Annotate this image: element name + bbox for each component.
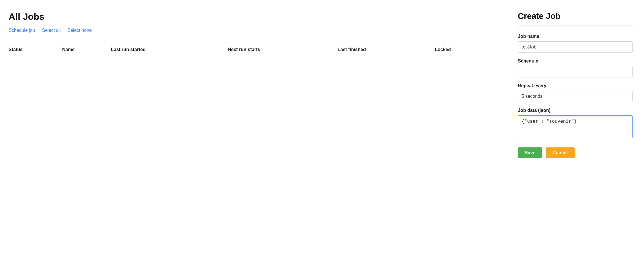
table-divider [9, 40, 495, 40]
form-button-row: Save Cancel [518, 147, 633, 158]
repeat-every-group: Repeat every [518, 83, 633, 102]
col-next-run-starts: Next run starts [228, 45, 337, 54]
right-panel: Create Job Job name Schedule Repeat ever… [506, 0, 644, 273]
schedule-job-link[interactable]: Schedule job [9, 28, 35, 33]
select-none-link[interactable]: Select none [67, 28, 92, 33]
cancel-button[interactable]: Cancel [546, 147, 574, 158]
schedule-input[interactable] [518, 66, 633, 77]
page-title: All Jobs [9, 11, 495, 22]
jobs-table: Status Name Last run started Next run st… [9, 45, 495, 54]
job-data-textarea[interactable]: {"user": "souvenir"} [518, 115, 633, 138]
table-header-row: Status Name Last run started Next run st… [9, 45, 495, 54]
action-links-bar: Schedule job Select all Select none [9, 28, 495, 33]
col-last-run-started: Last run started [111, 45, 228, 54]
job-name-group: Job name [518, 34, 633, 53]
col-status: Status [9, 45, 62, 54]
left-panel: All Jobs Schedule job Select all Select … [0, 0, 506, 273]
schedule-group: Schedule [518, 58, 633, 77]
col-locked: Locked [435, 45, 495, 54]
col-name: Name [62, 45, 111, 54]
save-button[interactable]: Save [518, 147, 542, 158]
select-all-link[interactable]: Select all [42, 28, 61, 33]
col-last-finished: Last finished [337, 45, 435, 54]
repeat-every-label: Repeat every [518, 83, 633, 88]
job-data-group: Job data (json) {"user": "souvenir"} [518, 108, 633, 139]
create-job-title: Create Job [518, 11, 633, 26]
schedule-label: Schedule [518, 58, 633, 64]
job-data-label: Job data (json) [518, 108, 633, 113]
job-name-input[interactable] [518, 41, 633, 53]
job-name-label: Job name [518, 34, 633, 39]
repeat-every-input[interactable] [518, 91, 633, 102]
